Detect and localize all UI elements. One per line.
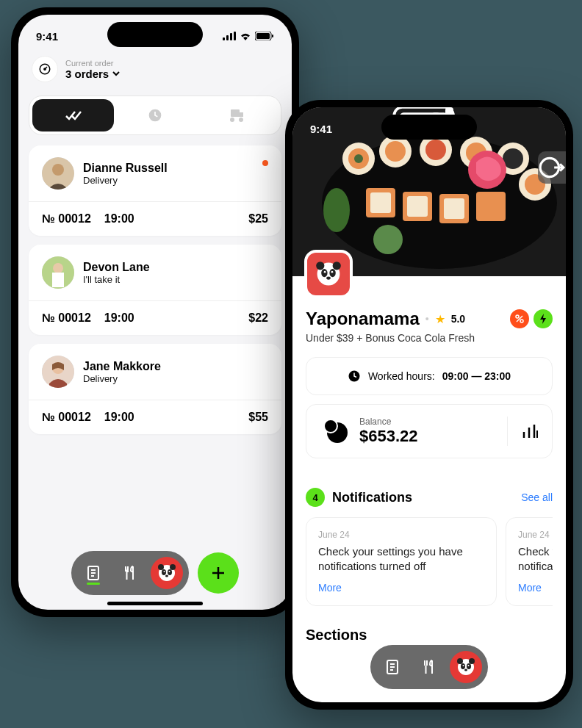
order-number: № 00012 [42,311,91,325]
svg-rect-18 [52,273,64,287]
notif-more-link[interactable]: More [318,582,484,594]
hours-value: 09:00 — 23:00 [442,370,511,382]
discount-badge[interactable] [510,309,529,328]
fast-badge[interactable] [534,309,553,328]
orders-summary[interactable]: Current order 3 orders [18,47,292,91]
plus-icon [210,565,226,581]
nav-orders[interactable] [376,651,409,683]
balance-card[interactable]: Balance $653.22 [306,404,553,458]
tab-pending[interactable] [114,99,195,131]
nav-restaurant[interactable] [413,651,445,683]
avatar [42,256,74,289]
svg-rect-56 [476,192,506,221]
customer-name: Dianne Russell [83,162,168,175]
svg-rect-0 [223,37,225,40]
nav-restaurant[interactable] [114,557,146,589]
hours-label: Worked hours: [368,370,435,382]
exit-icon [538,151,566,184]
svg-point-93 [461,663,465,669]
svg-point-73 [324,271,326,273]
restaurant-title: Yaponamama [306,309,420,329]
svg-point-30 [164,571,165,572]
svg-rect-6 [272,35,273,37]
exit-button[interactable] [538,151,566,184]
notif-text: Check y notificat [518,544,553,574]
notif-more-link[interactable]: More [518,582,553,594]
nav-profile[interactable] [450,651,482,683]
order-time: 19:00 [104,212,249,226]
clock-icon [148,108,162,123]
add-button[interactable] [198,552,239,594]
utensils-icon [122,565,138,581]
notification-card[interactable]: June 24 Check your settings you have not… [306,517,497,606]
restaurant-logo [304,250,353,298]
svg-point-96 [468,665,470,666]
svg-point-94 [467,663,471,669]
orders-label: Current order [65,59,121,68]
svg-point-12 [239,118,243,122]
svg-point-26 [158,564,164,570]
bars-icon [521,423,539,439]
separator: • [425,313,429,325]
home-indicator[interactable] [107,602,203,605]
svg-rect-13 [239,112,243,117]
stats-button[interactable] [507,417,539,446]
restaurant-subtitle: Under $39 + Bonus Coca Cola Fresh [306,332,553,344]
notch [107,22,203,47]
order-time: 19:00 [104,411,249,424]
svg-point-91 [457,658,463,664]
notification-card[interactable]: June 24 Check y notificat More [506,517,553,606]
svg-point-17 [53,263,63,273]
new-indicator [262,160,268,166]
nav-profile[interactable] [151,557,183,589]
notif-text: Check your settings you have notificatio… [318,544,484,574]
svg-point-32 [165,575,168,577]
svg-point-75 [326,277,331,280]
svg-point-39 [354,154,363,163]
nav-orders[interactable] [77,557,109,589]
svg-point-81 [324,419,337,433]
rating-value: 5.0 [451,313,465,325]
svg-point-28 [162,569,166,575]
status-time: 9:41 [36,30,58,43]
panda-icon [156,562,178,584]
delivery-icon [228,108,245,123]
svg-rect-10 [231,109,240,117]
order-price: $25 [248,212,268,226]
phone-1: 9:41 Current order 3 orders [11,7,299,617]
order-card[interactable]: Devon Lane I'll take it № 00012 19:00 $2… [29,245,281,335]
see-all-link[interactable]: See all [521,491,553,503]
notif-date: June 24 [318,530,484,540]
avatar [42,157,74,190]
order-time: 19:00 [104,311,249,325]
order-card[interactable]: Dianne Russell Delivery № 00012 19:00 $2… [29,145,281,236]
svg-point-71 [321,269,327,277]
svg-point-97 [464,669,467,671]
balance-label: Balance [359,417,418,427]
svg-rect-51 [370,192,391,213]
svg-point-43 [425,140,446,160]
star-icon: ★ [435,312,445,326]
bottom-nav [71,551,189,595]
tab-delivery[interactable] [196,99,278,131]
order-type: Delivery [83,175,168,186]
check-double-icon [65,109,82,121]
chevron-down-icon [112,69,121,78]
bottom-nav [370,645,488,689]
svg-point-74 [331,271,334,273]
order-card[interactable]: Jane Makkore Delivery № 00012 19:00 $55 [29,344,281,434]
svg-point-77 [520,320,523,322]
clock-icon [348,370,361,383]
avatar [42,356,74,388]
svg-rect-55 [444,198,464,219]
tab-confirmed[interactable] [32,99,114,131]
balance-value: $653.22 [359,427,418,446]
svg-point-70 [333,262,341,270]
phone-2: 9:41 Yaponamama • ★ 5.0 [285,100,573,710]
svg-rect-1 [226,35,229,40]
order-type: I'll take it [83,274,150,285]
svg-rect-53 [407,196,428,217]
svg-rect-2 [230,33,232,40]
receipt-icon [86,565,101,581]
percent-icon [514,314,525,324]
